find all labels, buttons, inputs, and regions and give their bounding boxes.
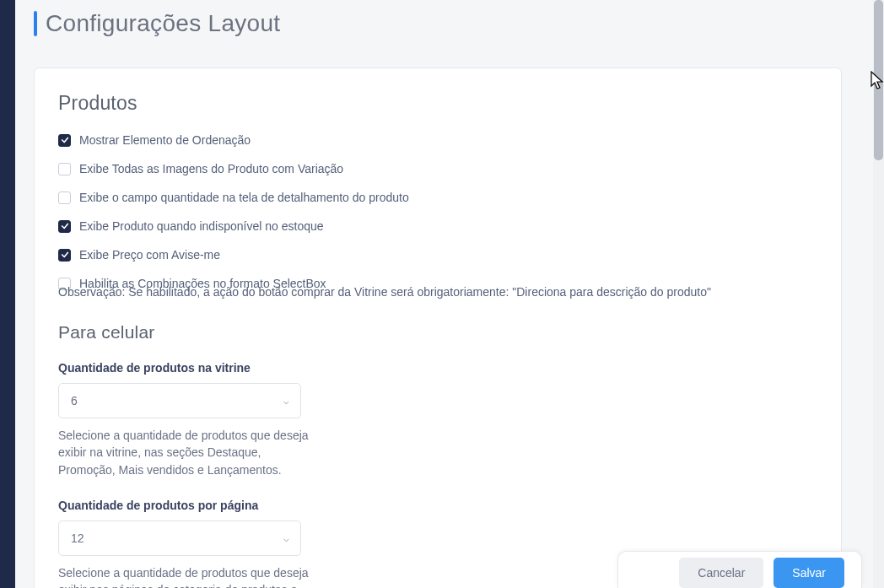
- products-section-title: Produtos: [58, 92, 817, 115]
- scrollbar-track[interactable]: [873, 0, 884, 588]
- scrollbar-thumb[interactable]: [874, 0, 883, 160]
- checkbox-label: Exibe Preço com Avise-me: [79, 248, 220, 262]
- checkbox-show-price-with-notify-me[interactable]: [58, 249, 71, 262]
- qty-showcase-select[interactable]: [58, 383, 301, 418]
- checkbox-row-show-quantity-field: Exibe o campo quantidade na tela de deta…: [58, 191, 817, 204]
- qty-showcase-select-wrap: ⌵: [58, 383, 301, 418]
- title-accent-bar: [34, 11, 37, 36]
- checkbox-row-show-all-variation-images: Exibe Todas as Imagens do Produto com Va…: [58, 162, 817, 175]
- page-title-row: Configurações Layout: [34, 10, 867, 37]
- check-icon: [61, 136, 69, 144]
- checkbox-row-show-out-of-stock-product: Exibe Produto quando indisponível no est…: [58, 219, 817, 233]
- selectbox-note: Observação: Se habilitado, a ação do bot…: [58, 285, 817, 299]
- check-icon: [61, 251, 69, 259]
- products-card: Produtos Mostrar Elemento de Ordenação E…: [34, 67, 842, 588]
- cancel-button[interactable]: Cancelar: [679, 558, 763, 588]
- qty-showcase-label: Quantidade de produtos na vitrine: [58, 361, 817, 375]
- qty-page-select[interactable]: [58, 521, 301, 556]
- save-button[interactable]: Salvar: [774, 558, 844, 588]
- checkbox-show-quantity-field[interactable]: [58, 192, 71, 204]
- qty-page-label: Quantidade de produtos por página: [58, 499, 817, 512]
- checkbox-row-show-price-with-notify-me: Exibe Preço com Avise-me: [58, 248, 817, 262]
- qty-page-help: Selecione a quantidade de produtos que d…: [58, 564, 311, 588]
- footer-action-bar: Cancelar Salvar: [617, 551, 862, 588]
- checkbox-show-out-of-stock-product[interactable]: [58, 220, 71, 233]
- mobile-section-title: Para celular: [58, 322, 817, 343]
- content-area: Configurações Layout Produtos Mostrar El…: [15, 0, 884, 588]
- page-title: Configurações Layout: [46, 10, 280, 37]
- checkbox-row-show-sort-element: Mostrar Elemento de Ordenação: [58, 133, 817, 147]
- qty-showcase-help: Selecione a quantidade de produtos que d…: [58, 427, 311, 478]
- checkbox-label: Mostrar Elemento de Ordenação: [79, 133, 251, 147]
- checkbox-show-all-variation-images[interactable]: [58, 163, 71, 175]
- checkbox-label: Exibe Produto quando indisponível no est…: [79, 219, 324, 233]
- check-icon: [61, 222, 69, 230]
- checkbox-label: Exibe Todas as Imagens do Produto com Va…: [79, 162, 343, 175]
- qty-page-select-wrap: ⌵: [58, 521, 301, 556]
- checkbox-label: Exibe o campo quantidade na tela de deta…: [79, 191, 409, 204]
- left-nav-edge: [0, 0, 15, 588]
- checkbox-show-sort-element[interactable]: [58, 134, 71, 147]
